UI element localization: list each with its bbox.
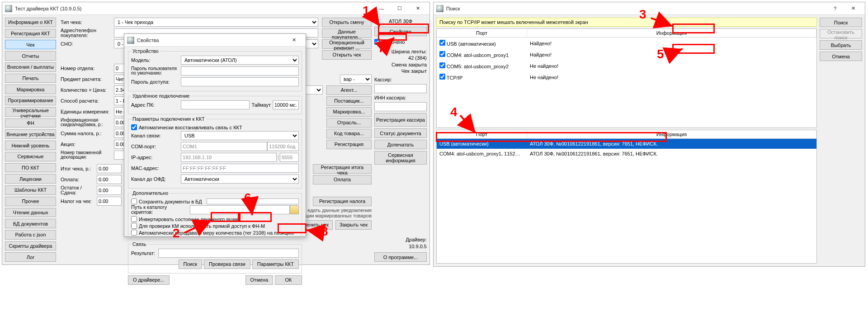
dialog-close-button[interactable]: ✕ [285,35,303,46]
km-checkbox[interactable]: Для проверки КМ использовать прямой дост… [131,223,299,229]
minimize-button[interactable]: — [373,3,391,14]
sidebar-item[interactable]: Шаблоны ККТ [5,185,56,195]
sidebar-item[interactable]: Информация о ККТ [5,18,56,27]
invert-checkbox[interactable]: Инвертировать состояние денежного ящика [131,216,299,222]
folder-icon[interactable] [290,205,299,214]
auto-restore-checkbox[interactable]: Автоматически восстанавливать связь с КК… [131,124,299,130]
select-kanal[interactable]: USB [181,131,299,140]
markirovka-button[interactable]: Маркировка... [326,107,372,117]
sidebar-item[interactable]: ФН [5,118,56,128]
sidebar-item[interactable]: Лицензии [5,174,56,184]
input-timeout[interactable] [273,100,299,109]
main-titlebar: Тест драйвера ККТ (10.9.0.5) — ☐ ✕ [2,2,429,15]
save-docs-checkbox[interactable]: Сохранять документы в БД [131,198,299,204]
oplata-button[interactable]: Оплата [313,175,372,184]
input-save-docs-path[interactable] [207,198,299,204]
search-close-button[interactable]: ✕ [844,3,862,14]
select-model[interactable]: Автоматически (АТОЛ) [181,56,299,65]
sidebar-item[interactable]: Прочее [5,197,56,206]
regitoga-button[interactable]: Регистрация итога чека [313,164,372,174]
result-row[interactable]: COM4: atol-usbcom_proxy1, 1152…АТОЛ 30Ф,… [437,149,816,159]
status-doc-button[interactable]: Статус документа [374,128,427,138]
search-help-button[interactable]: ? [826,3,844,14]
open-smenu-button[interactable]: Открыть смену [322,18,372,27]
proverka-svyazi-button[interactable]: Проверка связи [204,260,250,269]
postavshchik-button[interactable]: Поставщик... [326,96,372,106]
sidebar-item[interactable]: Внешние устройства [5,129,56,139]
label-model: Модель: [131,58,181,63]
properties-button[interactable]: Свойства [374,27,427,36]
dialog-cancel-button[interactable]: Отмена [245,275,273,285]
search-cancel-button[interactable]: Отмена [820,52,862,61]
sidebar-item[interactable]: Чтение данных [5,208,56,217]
reg-naloga-button[interactable]: Регистрация налога [313,197,372,206]
label-rezult: Результат: [131,251,158,256]
agent-button[interactable]: Агент... [326,85,372,95]
result-row[interactable]: USB (автоматически)АТОЛ 30Ф, №0010612219… [437,139,816,149]
reg-kassira-button[interactable]: Регистрация кассира [374,113,427,127]
input-skript-path[interactable] [190,205,290,214]
poisk-button[interactable]: Поиск [179,260,202,269]
input-parol-dostup[interactable] [181,77,299,86]
input-parol-user[interactable] [181,66,299,75]
sidebar-item[interactable]: Универсальные счетчики [5,107,56,117]
sidebar-item[interactable]: Чек [5,40,56,49]
sidebar-item[interactable]: Отчеты [5,51,56,61]
input-itog[interactable] [97,164,122,173]
dialog-ok-button[interactable]: ОК [275,275,302,285]
label-adres-pk: Адрес ПК: [131,103,181,108]
inn-input[interactable] [374,102,427,111]
sidebar-item[interactable]: Лог [5,252,56,262]
about-button[interactable]: О программе... [374,252,427,262]
zakryt-chek-button[interactable]: Закрыть чек [335,220,372,230]
input-ostatok[interactable] [97,186,122,195]
kod-tovara-button[interactable]: Код товара... [326,129,372,138]
search-start-button[interactable]: Поиск [820,18,862,27]
param-kkt-button[interactable]: Параметры ККТ [252,260,299,269]
input-ip [181,153,277,162]
label-sum-naloga: Сумма налога, р.: [61,131,114,136]
sidebar-item[interactable]: Скрипты драйвера [5,241,56,251]
select-vap[interactable]: вар - [340,75,372,84]
sidebar-item[interactable]: Сервисные [5,152,56,161]
sidebar-item[interactable]: Внесения / выплаты [5,62,56,72]
sidebar-item[interactable]: ПО ККТ [5,163,56,173]
sidebar-item[interactable]: Программирование [5,96,56,105]
label-tamozh: Номер таможенной декларации: [61,151,114,160]
dannye-pokup-button[interactable]: Данные покупателя... [322,28,372,38]
shirina-label: Ширина ленты: [374,48,427,55]
about-driver-button[interactable]: О драйвере... [128,275,170,285]
oper-rekv-button[interactable]: Операционный реквизит ... [322,39,372,49]
label-edinicy: Единицы измерения: [61,109,114,114]
label-itog: Итог чека, р.: [61,166,97,171]
maximize-button[interactable]: ☐ [391,3,409,14]
scan-row[interactable]: TCP/IPНе найдено! [437,71,816,83]
scan-row[interactable]: COM5: atol-usbcom_proxy2Не найдено! [437,60,816,71]
input-oplata[interactable] [97,175,122,184]
sidebar-item[interactable]: Регистрация ККТ [5,29,56,38]
open-chek-button[interactable]: Открыть чек [322,50,372,60]
otrasl-button[interactable]: Отрасль... [326,118,372,127]
search-select-button[interactable]: Выбрать [820,40,862,50]
scan-row[interactable]: USB (автоматически)Найдено! [437,38,816,49]
sidebar-item[interactable]: Работа с json [5,230,56,240]
sidebar-item[interactable]: БД документов [5,219,56,228]
input-nalog-chek[interactable] [97,197,122,206]
dopechatat-button[interactable]: Допечатать [374,140,427,149]
registracia-button[interactable]: Регистрация [326,140,372,149]
sidebar-item[interactable]: Нижний уровень [5,141,56,150]
mera-checkbox[interactable]: Автоматически передавать меру количества… [131,230,299,236]
input-rezult[interactable] [158,249,299,258]
kassir-input[interactable] [374,84,427,93]
scan-row[interactable]: COM4: atol-usbcom_proxy1Найдено! [437,49,816,60]
servis-info-button[interactable]: Сервисная информация [374,151,427,165]
select-kanal-ofd[interactable]: Автоматически [181,175,299,184]
enabled-checkbox[interactable]: Включено [374,39,427,45]
sidebar-item[interactable]: Маркировка [5,85,56,94]
sidebar-item[interactable]: Печать [5,74,56,83]
label-kanal-ofd: Канал до ОФД: [131,177,181,182]
close-button[interactable]: ✕ [409,3,427,14]
input-adres-pk[interactable] [181,100,250,109]
smena-status: Смена закрыта [374,61,427,68]
select-tip-cheka[interactable]: 1 - Чек прихода [114,18,318,27]
